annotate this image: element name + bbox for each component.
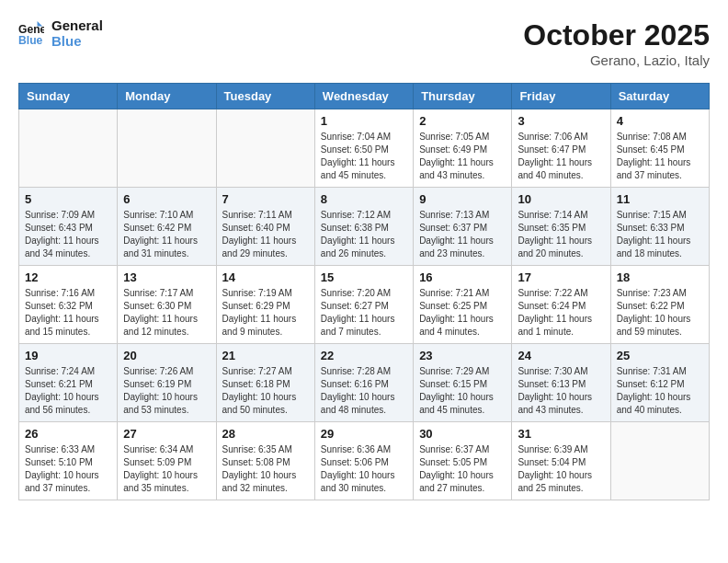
day-info: Sunrise: 7:22 AM Sunset: 6:24 PM Dayligh… [518,287,604,339]
calendar-day [118,109,216,188]
calendar-week-row: 1Sunrise: 7:04 AM Sunset: 6:50 PM Daylig… [19,109,710,188]
calendar-day: 19Sunrise: 7:24 AM Sunset: 6:21 PM Dayli… [19,344,118,422]
weekday-header: Thursday [414,84,512,109]
day-number: 10 [518,192,604,206]
day-info: Sunrise: 7:28 AM Sunset: 6:16 PM Dayligh… [321,365,407,417]
day-number: 13 [123,270,210,284]
svg-text:Blue: Blue [18,34,43,47]
day-info: Sunrise: 7:23 AM Sunset: 6:22 PM Dayligh… [617,287,703,339]
calendar-day: 30Sunrise: 6:37 AM Sunset: 5:05 PM Dayli… [414,422,512,500]
day-info: Sunrise: 7:04 AM Sunset: 6:50 PM Dayligh… [321,131,407,182]
day-info: Sunrise: 7:14 AM Sunset: 6:35 PM Dayligh… [518,209,604,260]
day-number: 25 [617,349,703,362]
day-number: 19 [25,349,111,362]
day-number: 26 [25,427,111,441]
calendar-day: 11Sunrise: 7:15 AM Sunset: 6:33 PM Dayli… [610,188,709,266]
page-header: General Blue General Blue October 2025 G… [18,18,710,68]
calendar-day: 20Sunrise: 7:26 AM Sunset: 6:19 PM Dayli… [118,344,216,422]
calendar-day: 16Sunrise: 7:21 AM Sunset: 6:25 PM Dayli… [414,266,512,344]
day-info: Sunrise: 7:13 AM Sunset: 6:37 PM Dayligh… [419,209,506,260]
day-info: Sunrise: 7:19 AM Sunset: 6:29 PM Dayligh… [222,287,309,339]
calendar-day [216,109,314,188]
day-number: 21 [222,349,309,362]
calendar-day: 5Sunrise: 7:09 AM Sunset: 6:43 PM Daylig… [19,188,118,266]
calendar-day: 17Sunrise: 7:22 AM Sunset: 6:24 PM Dayli… [512,266,610,344]
day-info: Sunrise: 6:37 AM Sunset: 5:05 PM Dayligh… [419,443,506,495]
day-number: 20 [123,349,210,362]
day-info: Sunrise: 7:26 AM Sunset: 6:19 PM Dayligh… [123,365,210,417]
logo-icon: General Blue [18,21,44,47]
day-number: 4 [617,114,703,128]
day-info: Sunrise: 7:24 AM Sunset: 6:21 PM Dayligh… [25,365,111,417]
day-info: Sunrise: 6:39 AM Sunset: 5:04 PM Dayligh… [518,443,604,495]
calendar-day: 22Sunrise: 7:28 AM Sunset: 6:16 PM Dayli… [314,344,413,422]
calendar-day: 12Sunrise: 7:16 AM Sunset: 6:32 PM Dayli… [19,266,118,344]
day-number: 6 [123,192,210,206]
calendar-week-row: 19Sunrise: 7:24 AM Sunset: 6:21 PM Dayli… [19,344,710,422]
day-number: 29 [321,427,407,441]
day-info: Sunrise: 6:36 AM Sunset: 5:06 PM Dayligh… [321,443,407,495]
day-info: Sunrise: 7:08 AM Sunset: 6:45 PM Dayligh… [617,131,703,182]
day-number: 12 [25,270,111,284]
day-number: 27 [123,427,210,441]
day-info: Sunrise: 7:30 AM Sunset: 6:13 PM Dayligh… [518,365,604,417]
day-info: Sunrise: 7:12 AM Sunset: 6:38 PM Dayligh… [321,209,407,260]
weekday-header: Saturday [610,84,709,109]
day-info: Sunrise: 7:05 AM Sunset: 6:49 PM Dayligh… [419,131,506,182]
day-info: Sunrise: 7:17 AM Sunset: 6:30 PM Dayligh… [123,287,210,339]
calendar-day: 10Sunrise: 7:14 AM Sunset: 6:35 PM Dayli… [512,188,610,266]
calendar-day: 3Sunrise: 7:06 AM Sunset: 6:47 PM Daylig… [512,109,610,188]
calendar-day: 8Sunrise: 7:12 AM Sunset: 6:38 PM Daylig… [314,188,413,266]
calendar-day: 25Sunrise: 7:31 AM Sunset: 6:12 PM Dayli… [610,344,709,422]
day-info: Sunrise: 7:31 AM Sunset: 6:12 PM Dayligh… [617,365,703,417]
day-info: Sunrise: 7:29 AM Sunset: 6:15 PM Dayligh… [419,365,506,417]
day-info: Sunrise: 7:06 AM Sunset: 6:47 PM Dayligh… [518,131,604,182]
calendar-day: 26Sunrise: 6:33 AM Sunset: 5:10 PM Dayli… [19,422,118,500]
day-info: Sunrise: 7:10 AM Sunset: 6:42 PM Dayligh… [123,209,210,260]
day-number: 8 [321,192,407,206]
day-number: 16 [419,270,506,284]
calendar-day: 13Sunrise: 7:17 AM Sunset: 6:30 PM Dayli… [118,266,216,344]
day-number: 7 [222,192,309,206]
day-number: 23 [419,349,506,362]
calendar-day [610,422,709,500]
calendar-day: 9Sunrise: 7:13 AM Sunset: 6:37 PM Daylig… [414,188,512,266]
day-number: 9 [419,192,506,206]
weekday-header: Monday [118,84,216,109]
calendar-day: 15Sunrise: 7:20 AM Sunset: 6:27 PM Dayli… [314,266,413,344]
day-number: 24 [518,349,604,362]
calendar-day: 2Sunrise: 7:05 AM Sunset: 6:49 PM Daylig… [414,109,512,188]
day-number: 1 [321,114,407,128]
day-info: Sunrise: 7:09 AM Sunset: 6:43 PM Dayligh… [25,209,111,260]
logo-line1: General [51,18,103,34]
day-number: 31 [518,427,604,441]
day-number: 2 [419,114,506,128]
weekday-header-row: SundayMondayTuesdayWednesdayThursdayFrid… [19,84,710,109]
calendar-day: 24Sunrise: 7:30 AM Sunset: 6:13 PM Dayli… [512,344,610,422]
day-info: Sunrise: 7:20 AM Sunset: 6:27 PM Dayligh… [321,287,407,339]
day-info: Sunrise: 6:35 AM Sunset: 5:08 PM Dayligh… [222,443,309,495]
calendar-week-row: 12Sunrise: 7:16 AM Sunset: 6:32 PM Dayli… [19,266,710,344]
calendar-table: SundayMondayTuesdayWednesdayThursdayFrid… [18,83,710,500]
weekday-header: Wednesday [314,84,413,109]
day-number: 3 [518,114,604,128]
day-info: Sunrise: 7:15 AM Sunset: 6:33 PM Dayligh… [617,209,703,260]
day-number: 28 [222,427,309,441]
logo-line2: Blue [51,34,103,50]
weekday-header: Friday [512,84,610,109]
weekday-header: Tuesday [216,84,314,109]
calendar-day: 23Sunrise: 7:29 AM Sunset: 6:15 PM Dayli… [414,344,512,422]
day-number: 14 [222,270,309,284]
calendar-day: 21Sunrise: 7:27 AM Sunset: 6:18 PM Dayli… [216,344,314,422]
day-info: Sunrise: 7:27 AM Sunset: 6:18 PM Dayligh… [222,365,309,417]
calendar-week-row: 26Sunrise: 6:33 AM Sunset: 5:10 PM Dayli… [19,422,710,500]
day-info: Sunrise: 7:11 AM Sunset: 6:40 PM Dayligh… [222,209,309,260]
day-number: 22 [321,349,407,362]
calendar-day: 6Sunrise: 7:10 AM Sunset: 6:42 PM Daylig… [118,188,216,266]
day-number: 5 [25,192,111,206]
calendar-day: 1Sunrise: 7:04 AM Sunset: 6:50 PM Daylig… [314,109,413,188]
month-title: October 2025 [523,18,710,52]
day-number: 15 [321,270,407,284]
calendar-day: 28Sunrise: 6:35 AM Sunset: 5:08 PM Dayli… [216,422,314,500]
calendar-day: 31Sunrise: 6:39 AM Sunset: 5:04 PM Dayli… [512,422,610,500]
